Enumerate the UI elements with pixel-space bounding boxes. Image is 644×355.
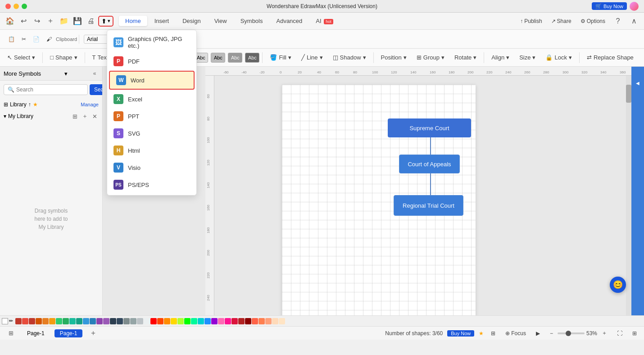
color-swatch[interactable] — [15, 318, 22, 324]
tab-symbols[interactable]: Symbols — [234, 16, 269, 26]
color-swatch[interactable] — [252, 318, 258, 324]
tab-advanced[interactable]: Advanced — [270, 16, 308, 26]
select-tool[interactable]: ↖ Select ▾ — [3, 52, 40, 63]
focus-button[interactable]: ⊕ Focus — [503, 329, 529, 338]
group-tool[interactable]: ⊞ Group ▾ — [412, 52, 449, 63]
style-swatch-5[interactable]: Abc — [245, 53, 259, 63]
shadow-tool[interactable]: ◫ Shadow ▾ — [328, 52, 371, 63]
manage-button[interactable]: Manage — [81, 102, 99, 107]
library-add-button[interactable]: ＋ — [81, 112, 89, 120]
sidebar-collapse-button[interactable]: « — [91, 69, 99, 77]
color-swatch[interactable] — [245, 318, 251, 324]
color-swatch[interactable] — [42, 318, 49, 324]
save-button[interactable]: 💾 — [71, 15, 84, 27]
layers-button[interactable]: ⊞ — [488, 329, 498, 338]
export-button[interactable]: ⬆▾ — [98, 16, 113, 27]
close-button[interactable] — [5, 4, 11, 9]
page-layout-button[interactable]: ⊞ — [5, 327, 17, 340]
color-swatch[interactable] — [231, 318, 238, 324]
fill-color-swatch[interactable] — [2, 318, 8, 324]
zoom-slider-thumb[interactable] — [566, 331, 571, 336]
color-swatch[interactable] — [144, 318, 150, 324]
color-swatch[interactable] — [49, 318, 55, 324]
tab-view[interactable]: View — [208, 16, 233, 26]
print-button[interactable]: 🖨 — [85, 15, 97, 27]
color-swatch[interactable] — [137, 318, 143, 324]
vertical-scrollbar[interactable] — [626, 76, 631, 315]
export-visio-item[interactable]: V Visio — [107, 159, 196, 176]
open-button[interactable]: 📁 — [58, 15, 70, 27]
color-swatch[interactable] — [123, 318, 130, 324]
color-swatch[interactable] — [164, 318, 170, 324]
style-swatch-4[interactable]: Abc — [228, 53, 242, 63]
size-tool[interactable]: Size ▾ — [515, 52, 540, 63]
color-swatch[interactable] — [69, 318, 76, 324]
color-swatch[interactable] — [157, 318, 163, 324]
style-swatch-3[interactable]: Abc — [211, 53, 225, 63]
edge-panel-button[interactable]: ◀ — [633, 69, 643, 96]
color-swatch[interactable] — [103, 318, 109, 324]
search-input[interactable] — [16, 86, 84, 93]
user-avatar[interactable] — [630, 2, 639, 11]
color-swatch[interactable] — [177, 318, 184, 324]
color-swatch[interactable] — [110, 318, 116, 324]
tab-insert[interactable]: Insert — [148, 16, 176, 26]
color-swatch[interactable] — [171, 318, 177, 324]
chat-button[interactable]: 😊 — [610, 277, 626, 293]
grid-view-button[interactable]: ⊞ — [630, 329, 639, 338]
color-swatch[interactable] — [90, 318, 96, 324]
tab-design[interactable]: Design — [176, 16, 207, 26]
buy-now-status-button[interactable]: Buy Now — [447, 330, 474, 337]
export-svg-item[interactable]: S SVG — [107, 125, 196, 142]
color-swatch[interactable] — [76, 318, 82, 324]
zoom-in-button[interactable]: ＋ — [599, 328, 610, 338]
maximize-button[interactable] — [22, 4, 27, 9]
color-swatch[interactable] — [36, 318, 42, 324]
tab-home[interactable]: Home — [119, 16, 147, 26]
color-swatch[interactable] — [211, 318, 218, 324]
color-swatch[interactable] — [272, 318, 278, 324]
fit-page-button[interactable]: ⛶ — [614, 329, 625, 338]
color-swatch[interactable] — [150, 318, 157, 324]
library-action-1[interactable]: ⊞ — [71, 112, 79, 120]
buy-now-button[interactable]: 🛒 Buy Now — [592, 2, 627, 10]
page-tab-inactive[interactable]: Page-1 — [22, 329, 50, 337]
export-graphics-item[interactable]: 🖼 Graphics (PNG, JPG etc.) — [107, 32, 196, 53]
collapse-button[interactable]: ∧ — [628, 15, 640, 27]
lock-tool[interactable]: 🔒 Lock ▾ — [541, 52, 576, 63]
export-word-item[interactable]: W Word — [109, 71, 195, 90]
color-swatch[interactable] — [265, 318, 272, 324]
color-swatch[interactable] — [83, 318, 89, 324]
color-swatch[interactable] — [63, 318, 69, 324]
position-tool[interactable]: Position ▾ — [376, 52, 411, 63]
export-pdf-item[interactable]: P PDF — [107, 53, 196, 70]
rotate-tool[interactable]: Rotate ▾ — [450, 52, 481, 63]
new-tab-button[interactable]: ＋ — [44, 15, 57, 27]
shape-tool[interactable]: □ Shape ▾ — [45, 52, 82, 63]
paste-button[interactable]: 📋 — [5, 35, 18, 44]
copy-button[interactable]: 📄 — [30, 35, 42, 44]
fill-tool[interactable]: 🪣 Fill ▾ — [265, 52, 296, 63]
minimize-button[interactable] — [14, 4, 19, 9]
zoom-out-button[interactable]: − — [547, 329, 556, 338]
export-pseps-item[interactable]: PS PS/EPS — [107, 176, 196, 193]
color-swatch[interactable] — [130, 318, 136, 324]
color-swatch[interactable] — [22, 318, 28, 324]
publish-button[interactable]: ↑ Publish — [517, 17, 544, 26]
replace-shape-tool[interactable]: ⇄ Replace Shape — [582, 52, 638, 63]
zoom-slider-track[interactable] — [558, 332, 585, 334]
page-tab-active[interactable]: Page-1 — [54, 329, 83, 337]
color-swatch[interactable] — [204, 318, 211, 324]
home-icon-btn[interactable]: 🏠 — [4, 15, 16, 27]
export-html-item[interactable]: H Html — [107, 142, 196, 159]
search-button[interactable]: Search — [90, 84, 103, 95]
color-swatch[interactable] — [279, 318, 285, 324]
node-regional-trial-court[interactable]: Regional Trial Court — [394, 195, 463, 216]
library-close-button[interactable]: ✕ — [91, 112, 99, 120]
color-swatch[interactable] — [29, 318, 35, 324]
color-swatch[interactable] — [117, 318, 123, 324]
format-painter[interactable]: 🖌 — [44, 35, 54, 44]
scrollbar-thumb[interactable] — [626, 85, 631, 103]
line-tool[interactable]: ╱ Line ▾ — [297, 52, 327, 63]
node-court-of-appeals[interactable]: Court of Appeals — [399, 155, 460, 173]
